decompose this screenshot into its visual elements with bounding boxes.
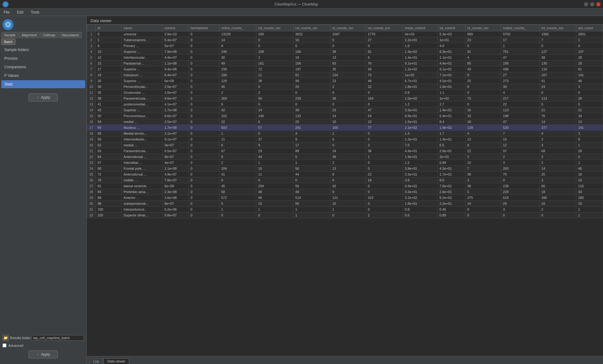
tab-alignment[interactable]: Alignment: [19, 32, 39, 38]
table-cell: 9.1e+01: [437, 66, 465, 72]
table-cell: 0: [465, 90, 501, 96]
table-cell: 6.5e+07: [162, 148, 189, 154]
table-cell: 2: [256, 90, 293, 96]
table-cell: 0: [366, 183, 403, 189]
tab-cellmap[interactable]: Cellmap: [40, 32, 58, 38]
table-cell: 91: [465, 49, 501, 55]
table-cell: 67: [219, 148, 256, 154]
nav-comparisons[interactable]: Comparisons: [1, 63, 85, 71]
table-cell: 16: [539, 201, 576, 207]
table-cell: 2.3e+08: [162, 189, 189, 195]
table-row: 1654medial ...2.5e+0702262510101.5e+018.…: [87, 119, 603, 125]
table-cell: 5e+07: [162, 43, 189, 49]
table-cell: 42: [219, 107, 256, 113]
table-cell: 14: [539, 166, 576, 172]
table-cell: 0: [366, 201, 403, 207]
table-cell: 8: [465, 142, 501, 148]
table-cell-rownum: 4: [87, 49, 96, 55]
table-cell: 45: [219, 183, 256, 189]
table-cell: 2: [330, 84, 366, 90]
table-cell: 164: [366, 96, 403, 101]
table-cell: 1.2e+01: [403, 37, 437, 43]
results-folder-browse-button[interactable]: 📁: [2, 335, 9, 341]
apply-label-top: Apply: [41, 95, 50, 100]
table-cell-rownum: 6: [87, 61, 96, 66]
nav-p-values[interactable]: P Values: [1, 72, 85, 80]
table-cell: 11: [219, 136, 256, 142]
table-cell: 57: [256, 125, 293, 131]
data-table-container[interactable]: id name volume hemisphere ontrol_counts_…: [87, 25, 603, 356]
table-cell: 27: [501, 72, 539, 78]
table-row: 39Primary ...5e+070900001.84.00100: [87, 43, 603, 49]
table-cell: 8: [219, 154, 256, 160]
table-cell: 19: [293, 55, 330, 61]
table-cell: 38: [465, 172, 501, 177]
table-cell: 0.45: [437, 207, 465, 212]
nav-process[interactable]: Process: [1, 54, 85, 62]
menu-tools[interactable]: Tools: [30, 10, 41, 15]
table-row: 512Interfascicular...4.4e+070302191361.4…: [87, 55, 603, 61]
tab-sample[interactable]: Sample: [1, 32, 18, 38]
nav-stats[interactable]: Stats: [1, 80, 85, 88]
apply-button-top[interactable]: ✓ Apply: [29, 93, 58, 101]
table-cell: 0: [539, 43, 576, 49]
tab-log[interactable]: Log: [89, 358, 103, 364]
menu-file[interactable]: File: [2, 10, 11, 15]
table-cell: 4e+07: [162, 160, 189, 166]
table-cell: 0: [465, 212, 501, 218]
table-cell: Medial termin...: [122, 131, 162, 136]
table-cell: 62: [96, 142, 122, 148]
table-cell: 59: [96, 136, 122, 142]
table-cell: 42: [330, 183, 366, 189]
results-folder-input[interactable]: [32, 335, 84, 341]
table-cell: 0: [366, 166, 403, 172]
table-cell: 8: [330, 172, 366, 177]
maximize-button[interactable]: □: [590, 2, 594, 6]
col-header-c3: rol_counts_mo: [293, 25, 330, 31]
table-cell: 0: [189, 125, 219, 131]
table-cell: 0: [366, 90, 403, 96]
table-cell: 9702: [501, 31, 539, 37]
table-cell: 23: [330, 78, 366, 84]
table-cell: 9.8e+07: [162, 212, 189, 218]
table-cell: 3: [576, 84, 603, 90]
table-cell: 23: [465, 37, 501, 43]
table-cell: 14: [219, 37, 256, 43]
menu-edit[interactable]: Edit: [16, 10, 25, 15]
table-cell: 0: [330, 43, 366, 49]
table-cell: 1: [256, 207, 293, 212]
table-cell-rownum: 19: [87, 136, 96, 142]
table-cell: 0: [189, 183, 219, 189]
tab-batch[interactable]: Batch: [1, 39, 15, 45]
tab-data-viewer[interactable]: Data viewer: [103, 358, 129, 364]
table-cell: 4: [465, 131, 501, 136]
table-cell: Superior ...: [122, 49, 162, 55]
close-button[interactable]: ✕: [596, 2, 601, 6]
tab-vasculature[interactable]: Vasculature: [59, 32, 82, 38]
table-cell: 25: [539, 172, 576, 177]
table-cell: lateral ventricle: [122, 183, 162, 189]
table-cell: 1: [293, 212, 330, 218]
advanced-checkbox[interactable]: [2, 343, 6, 347]
table-cell: 1: [330, 207, 366, 212]
table-cell: 7.8e+07: [162, 177, 189, 183]
nav-sample-folders[interactable]: Sample folders: [1, 46, 85, 54]
table-row: 2264Anterodorsal ...8e+07084453911.9e+01…: [87, 154, 603, 160]
table-cell: 2: [465, 154, 501, 160]
table-row: 926Superior ...6e+080129389923486.7e+014…: [87, 78, 603, 84]
table-cell: 46: [576, 166, 603, 172]
table-cell: 0: [330, 177, 366, 183]
table-cell: 0: [189, 172, 219, 177]
col-header-c6: nt_counts_mo: [465, 25, 501, 31]
table-cell: 4: [293, 131, 330, 136]
table-cell: 2: [219, 90, 256, 96]
table-cell: 7.0: [403, 142, 437, 148]
table-cell: 50: [96, 113, 122, 119]
table-cell: 41: [539, 78, 576, 84]
table-cell: 72: [256, 66, 293, 72]
table-cell: 2.2e+01: [437, 201, 465, 207]
table-body: 10universe2.9e+100132283303022158717704e…: [87, 31, 603, 218]
minimize-button[interactable]: ─: [584, 2, 588, 6]
table-cell: 48: [256, 189, 293, 195]
apply-button-bottom[interactable]: ✓ Apply: [29, 350, 58, 358]
